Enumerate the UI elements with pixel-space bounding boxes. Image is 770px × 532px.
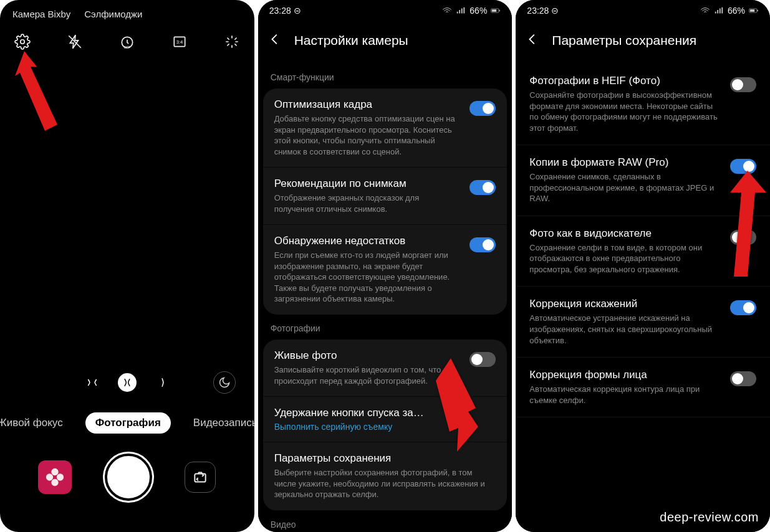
- timer-off-icon[interactable]: OFF: [118, 33, 136, 50]
- page-title: Настройки камеры: [294, 33, 408, 48]
- settings-gear-icon[interactable]: [14, 33, 31, 50]
- setting-face-shape-correction[interactable]: Коррекция формы лица Автоматическая корр…: [516, 358, 770, 417]
- svg-rect-9: [492, 9, 496, 12]
- zoom-ultrawide-button[interactable]: [83, 373, 102, 392]
- battery-icon: [749, 6, 759, 15]
- toggle-face-shape[interactable]: [730, 371, 756, 386]
- svg-rect-10: [499, 10, 500, 11]
- toggle-as-previewed[interactable]: [730, 230, 756, 245]
- svg-point-0: [21, 40, 25, 44]
- setting-scene-optimizer[interactable]: Оптимизация кадра Добавьте кнопку средст…: [263, 88, 508, 168]
- mode-photo[interactable]: Фотография: [85, 412, 171, 434]
- toggle-motion-photos[interactable]: [469, 352, 496, 367]
- toggle-distortion[interactable]: [730, 300, 756, 315]
- mode-video[interactable]: Видеозапись: [183, 412, 254, 434]
- save-options-screen: 23:28 ⊝ 66% Параметры сохранения Фотогра…: [516, 0, 770, 532]
- gallery-thumbnail[interactable]: [38, 460, 72, 494]
- aspect-ratio-icon[interactable]: 3:4: [171, 33, 188, 50]
- setting-hold-shutter[interactable]: Удержание кнопки спуска за… Выполнить се…: [263, 397, 508, 442]
- section-photos: Фотографии: [258, 315, 513, 340]
- status-bar: 23:28 ⊝ 66%: [258, 0, 513, 21]
- flash-off-icon[interactable]: [66, 33, 84, 50]
- toggle-scene-optimizer[interactable]: [469, 101, 496, 116]
- switch-camera-button[interactable]: [185, 462, 216, 493]
- status-bar: 23:28 ⊝ 66%: [516, 0, 770, 21]
- page-title: Параметры сохранения: [552, 33, 696, 48]
- setting-motion-photos[interactable]: Живые фото Записывайте короткий видеокли…: [263, 340, 508, 397]
- setting-raw-copies[interactable]: Копии в формате RAW (Pro) Сохранение сни…: [516, 145, 770, 216]
- wifi-icon: [700, 6, 710, 15]
- tab-selfiemoji[interactable]: Сэлфимоджи: [84, 9, 142, 19]
- svg-rect-14: [758, 10, 758, 11]
- back-button[interactable]: [526, 32, 539, 49]
- svg-text:OFF: OFF: [123, 45, 131, 49]
- mode-live-focus[interactable]: Живой фокус: [0, 412, 73, 434]
- camera-screen: Камера Bixby Сэлфимоджи OFF 3:4: [0, 0, 254, 532]
- battery-icon: [491, 6, 501, 15]
- filters-icon[interactable]: [223, 33, 241, 50]
- toggle-heif[interactable]: [730, 77, 756, 92]
- back-button[interactable]: [268, 32, 282, 49]
- setting-shot-suggestions[interactable]: Рекомендации по снимкам Отображение экра…: [263, 168, 508, 225]
- red-arrow-annotation: [15, 51, 71, 141]
- camera-settings-screen: 23:28 ⊝ 66% Настройки камеры Смарт-функц…: [258, 0, 513, 532]
- toggle-raw[interactable]: [730, 159, 756, 174]
- night-mode-button[interactable]: [213, 371, 236, 394]
- svg-rect-13: [750, 9, 754, 12]
- status-time: 23:28 ⊝: [527, 6, 559, 16]
- watermark: deep-review.com: [660, 510, 759, 525]
- setting-save-options[interactable]: Параметры сохранения Выберите настройки …: [263, 442, 508, 511]
- setting-distortion-correction[interactable]: Коррекция искажений Автоматическое устра…: [516, 287, 770, 358]
- battery-text: 66%: [469, 6, 487, 16]
- status-time: 23:28 ⊝: [269, 6, 301, 16]
- zoom-wide-button[interactable]: [118, 373, 137, 392]
- setting-as-previewed[interactable]: Фото как в видоискателе Сохранение селфи…: [516, 216, 770, 287]
- toggle-shot-suggestions[interactable]: [469, 180, 496, 195]
- section-smart-functions: Смарт-функции: [258, 64, 513, 88]
- toggle-flaw-detection[interactable]: [469, 237, 496, 252]
- tab-camera-bixby[interactable]: Камера Bixby: [12, 9, 70, 19]
- setting-heif-photos[interactable]: Фотографии в HEIF (Фото) Сохраняйте фото…: [516, 64, 770, 145]
- setting-flaw-detection[interactable]: Обнаружение недостатков Если при съемке …: [263, 225, 508, 315]
- battery-text: 66%: [728, 6, 745, 16]
- svg-text:3:4: 3:4: [176, 39, 183, 45]
- shutter-button[interactable]: [105, 454, 152, 501]
- section-video: Видео: [258, 511, 513, 532]
- svg-marker-6: [15, 51, 57, 131]
- signal-icon: [714, 6, 724, 15]
- wifi-icon: [442, 6, 452, 15]
- signal-icon: [456, 6, 466, 15]
- zoom-tele-button[interactable]: [153, 373, 171, 392]
